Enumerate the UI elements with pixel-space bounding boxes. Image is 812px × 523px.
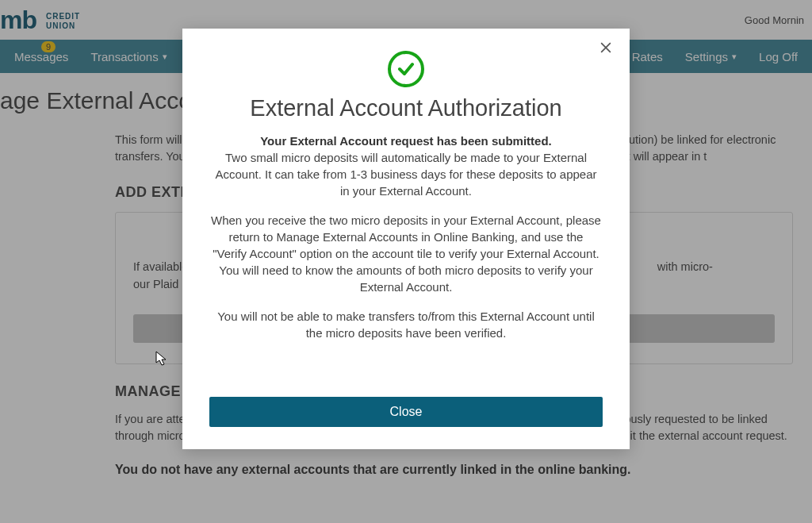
modal-paragraph-2: When you receive the two micro deposits …: [209, 212, 603, 295]
close-icon[interactable]: [598, 40, 615, 57]
modal-subtitle: Your External Account request has been s…: [209, 134, 603, 148]
modal-paragraph-1: Two small micro deposits will automatica…: [209, 149, 603, 199]
modal-title: External Account Authorization: [209, 95, 603, 121]
success-check-icon: [388, 51, 424, 87]
close-button[interactable]: Close: [209, 397, 603, 427]
modal-overlay: External Account Authorization Your Exte…: [0, 0, 812, 523]
modal-paragraph-3: You will not be able to make transfers t…: [209, 308, 603, 341]
external-auth-modal: External Account Authorization Your Exte…: [182, 29, 630, 449]
